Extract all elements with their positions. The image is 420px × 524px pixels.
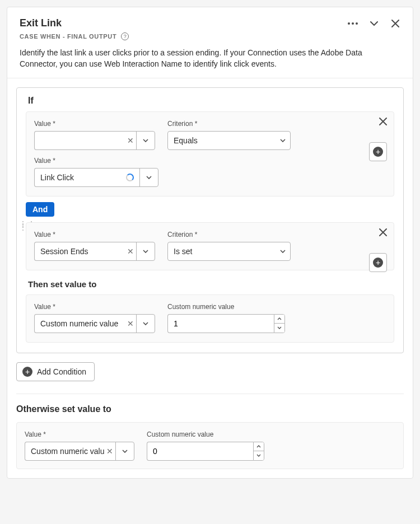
add-row-button[interactable]: + [369,253,387,272]
collapse-icon[interactable] [369,18,379,29]
clear-icon[interactable]: ✕ [127,319,136,328]
step-down-button[interactable] [274,324,284,333]
add-condition-label: Add Condition [37,367,86,376]
svg-point-1 [352,22,354,25]
custom-numeric-label: Custom numeric value [147,431,264,438]
plus-icon: + [22,367,32,377]
drag-handle-icon[interactable]: ⋮⋮⋮⋮ [19,222,24,229]
criterion-select-2[interactable]: Is set [167,242,291,261]
value-combobox-1b[interactable] [34,168,386,187]
then-value-type-input[interactable] [34,314,141,333]
then-numeric-stepper[interactable] [167,314,285,333]
close-icon[interactable] [390,18,400,29]
panel-title: Exit Link [20,17,62,29]
dropdown-button[interactable] [136,131,155,150]
condition-card-1: + Value ✕ Criterion [26,111,394,196]
otherwise-label: Otherwise set value to [16,404,404,414]
remove-condition-icon[interactable] [379,118,387,127]
then-value-type-combobox[interactable]: ✕ [34,314,155,333]
more-icon[interactable] [348,18,358,29]
if-label: If [28,96,394,106]
value-input-1b[interactable] [34,168,141,187]
and-operator[interactable]: And [26,202,54,217]
condition-card-2: + Value ✕ Criterion [26,222,394,270]
svg-point-0 [348,22,350,25]
clear-icon[interactable]: ✕ [127,247,136,256]
plus-icon: + [373,258,383,268]
panel-body: If + Value ✕ [7,78,413,478]
plus-icon: + [373,147,383,157]
then-card: Value ✕ Custom numeric value [26,294,394,343]
value-label: Value [34,303,155,311]
then-numeric-input[interactable] [167,314,274,333]
value-label: Value [34,231,155,238]
subtitle: CASE WHEN - FINAL OUTPUT [20,33,116,40]
separator [16,394,404,394]
panel-header: Exit Link CASE WHEN - FINAL OUTPUT ? Ide… [7,7,413,78]
dropdown-button[interactable] [139,168,158,187]
value-label: Value [25,431,134,438]
otherwise-numeric-stepper[interactable] [147,442,264,461]
panel-actions [348,18,400,29]
otherwise-card: Value ✕ Custom numeric value [16,422,404,469]
value-combobox-2[interactable]: ✕ [34,242,155,261]
clear-icon[interactable]: ✕ [106,447,115,456]
dropdown-button[interactable] [115,442,134,461]
then-label: Then set value to [28,279,394,289]
value-label: Value [34,157,386,165]
otherwise-value-type-input[interactable] [25,442,120,461]
otherwise-value-type-combobox[interactable]: ✕ [25,442,134,461]
loading-icon [126,174,134,181]
if-block: If + Value ✕ [16,87,404,353]
dropdown-button[interactable] [136,242,155,261]
criterion-value-2: Is set [174,247,192,256]
step-down-button[interactable] [254,451,264,460]
help-icon[interactable]: ? [121,32,129,40]
remove-condition-icon[interactable] [379,228,387,238]
step-up-button[interactable] [254,442,264,452]
step-up-button[interactable] [274,315,284,324]
value-combobox-1a[interactable]: ✕ [34,131,155,150]
criterion-select-1[interactable]: Equals [167,131,291,150]
value-label: Value [34,120,155,128]
dropdown-button[interactable] [136,314,155,333]
exit-link-panel: Exit Link CASE WHEN - FINAL OUTPUT ? Ide… [7,7,413,479]
value-input-1a[interactable] [34,131,141,150]
value-input-2[interactable] [34,242,141,261]
custom-numeric-label: Custom numeric value [167,303,285,311]
svg-point-2 [356,22,358,25]
add-condition-button[interactable]: + Add Condition [16,362,95,381]
otherwise-numeric-input[interactable] [147,442,253,461]
description: Identify the last link a user clicks pri… [20,47,400,70]
clear-icon[interactable]: ✕ [127,136,136,145]
criterion-value-1: Equals [174,136,198,145]
subtitle-row: CASE WHEN - FINAL OUTPUT ? [20,32,400,40]
criterion-label: Criterion [167,231,291,238]
criterion-label: Criterion [167,120,291,128]
panel-title-row: Exit Link [20,17,400,29]
add-row-button[interactable]: + [369,142,387,161]
